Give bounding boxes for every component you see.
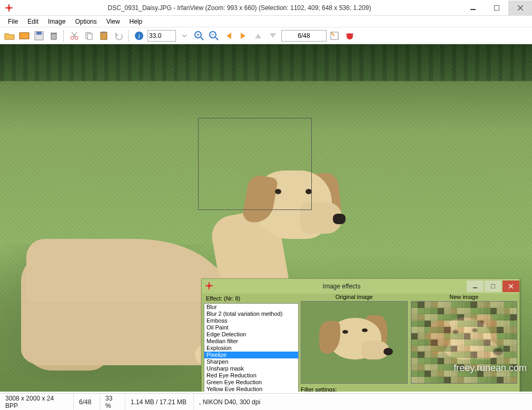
image-effects-dialog: Image effects Effect: (Nr: 8) BlurBlur 2…	[201, 278, 520, 392]
svg-rect-4	[8, 9, 9, 12]
next-page-icon[interactable]	[267, 29, 279, 42]
svg-rect-5	[470, 9, 476, 10]
dialog-close-button[interactable]	[503, 281, 519, 292]
zoom-dropdown-icon[interactable]	[178, 29, 191, 42]
svg-rect-35	[209, 282, 210, 284]
original-preview	[301, 301, 408, 384]
svg-rect-18	[87, 34, 92, 39]
svg-rect-20	[102, 32, 105, 33]
selection-rectangle[interactable]	[198, 118, 312, 210]
dialog-title: Image effects	[218, 283, 466, 290]
effect-item[interactable]: Blur	[204, 304, 298, 311]
save-icon[interactable]	[33, 29, 45, 42]
zoom-out-icon[interactable]	[208, 29, 220, 42]
maximize-button[interactable]	[485, 1, 508, 15]
svg-rect-36	[209, 287, 210, 289]
svg-rect-37	[473, 287, 477, 288]
svg-rect-19	[101, 32, 107, 39]
cut-icon[interactable]	[68, 29, 81, 42]
prev-page-icon[interactable]	[252, 29, 264, 42]
slideshow-icon[interactable]	[18, 29, 31, 42]
image-canvas[interactable]: Image effects Effect: (Nr: 8) BlurBlur 2…	[0, 44, 532, 392]
effect-item[interactable]: Emboss	[204, 317, 298, 324]
prev-image-icon[interactable]	[222, 29, 235, 42]
original-image-label: Original image	[301, 294, 408, 300]
svg-text:i: i	[139, 33, 140, 40]
new-image-label: New image	[411, 294, 518, 300]
irfan-cat-icon[interactable]	[343, 29, 356, 42]
window-title: DSC_0931_Daisy.JPG - IrfanView (Zoom: 99…	[18, 4, 461, 12]
menu-edit[interactable]: Edit	[23, 17, 43, 26]
effect-item[interactable]: Edge Detection	[204, 331, 298, 338]
undo-icon[interactable]	[112, 29, 125, 42]
menubar: File Edit Image Options View Help	[0, 16, 532, 27]
svg-rect-38	[491, 284, 495, 288]
status-camera: , NIKON D40, 300 dpi	[194, 394, 532, 410]
close-button[interactable]	[508, 1, 532, 15]
app-icon	[4, 3, 14, 13]
dialog-app-icon	[205, 282, 214, 291]
svg-rect-12	[51, 33, 57, 34]
menu-image[interactable]: Image	[43, 17, 70, 26]
svg-rect-34	[211, 285, 213, 286]
svg-rect-9	[19, 33, 29, 39]
delete-icon[interactable]	[47, 29, 60, 42]
zoom-input[interactable]	[147, 30, 176, 42]
next-image-icon[interactable]	[237, 29, 250, 42]
svg-line-24	[201, 37, 203, 40]
effect-item[interactable]: Pixelize	[204, 352, 298, 358]
svg-rect-3	[8, 4, 9, 6]
status-page: 6/48	[74, 394, 100, 410]
effect-label: Effect: (Nr: 8)	[204, 294, 299, 303]
paste-icon[interactable]	[97, 29, 110, 42]
watermark: freey.runean.com	[454, 363, 527, 374]
effect-item[interactable]: Green Eye Reduction	[204, 379, 298, 386]
dialog-titlebar[interactable]: Image effects	[202, 279, 519, 294]
effect-item[interactable]: Red Eye Reduction	[204, 372, 298, 379]
status-sizes: 1.14 MB / 17.21 MB	[125, 394, 194, 410]
effect-item[interactable]: Yellow Eye Reduction	[204, 386, 298, 392]
effect-item[interactable]: Unsharp mask	[204, 365, 298, 372]
svg-rect-33	[205, 285, 208, 286]
page-input[interactable]	[281, 30, 327, 42]
info-icon[interactable]: i	[133, 29, 145, 42]
effect-item[interactable]: Explosion	[204, 345, 298, 352]
effect-item[interactable]: Blur 2 (total variation method)	[204, 311, 298, 317]
effect-list[interactable]: BlurBlur 2 (total variation method)Embos…	[204, 303, 299, 392]
status-zoom: 33 %	[100, 394, 125, 410]
svg-line-28	[215, 37, 218, 40]
menu-options[interactable]: Options	[70, 17, 101, 26]
window-titlebar: DSC_0931_Daisy.JPG - IrfanView (Zoom: 99…	[0, 0, 532, 16]
copy-icon[interactable]	[83, 29, 95, 42]
svg-rect-1	[5, 7, 7, 8]
svg-rect-6	[494, 5, 499, 11]
dialog-minimize-button[interactable]	[467, 281, 484, 292]
open-icon[interactable]	[3, 29, 16, 42]
svg-rect-11	[36, 32, 42, 35]
scan-icon[interactable]	[329, 29, 341, 42]
effect-item[interactable]: Oil Paint	[204, 324, 298, 331]
svg-point-32	[208, 284, 211, 287]
statusbar: 3008 x 2000 x 24 BPP 6/48 33 % 1.14 MB /…	[0, 393, 532, 410]
menu-view[interactable]: View	[102, 17, 125, 26]
effect-item[interactable]: Median filter	[204, 338, 298, 345]
menu-help[interactable]: Help	[125, 17, 147, 26]
svg-point-0	[7, 6, 11, 9]
svg-rect-2	[11, 7, 13, 8]
menu-file[interactable]: File	[3, 17, 23, 26]
dialog-maximize-button[interactable]	[485, 281, 501, 292]
zoom-in-icon[interactable]	[193, 29, 205, 42]
effect-item[interactable]: Sharpen	[204, 358, 298, 365]
toolbar: i	[0, 27, 532, 44]
filter-settings-label: Filter settings:	[301, 385, 517, 392]
minimize-button[interactable]	[461, 1, 485, 15]
status-dimensions: 3008 x 2000 x 24 BPP	[0, 394, 74, 410]
